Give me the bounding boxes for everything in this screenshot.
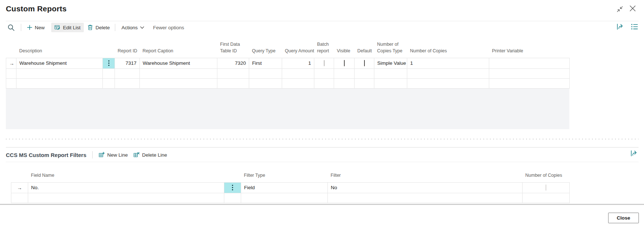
row-options-cell[interactable] <box>103 58 115 68</box>
toolbar-divider <box>21 24 21 31</box>
fewer-options-label: Fewer options <box>153 25 184 30</box>
table-row: → Warehouse Shipment 7317 Warehouse Ship… <box>6 58 570 68</box>
query-type-cell[interactable]: First <box>249 58 282 68</box>
collapse-icon <box>616 5 624 13</box>
column-header-description[interactable]: Description <box>16 37 103 58</box>
table-row-empty <box>6 68 570 78</box>
ellipsis-vertical-icon <box>227 185 238 190</box>
section-divider <box>92 151 93 158</box>
row-options-cell[interactable] <box>224 182 241 193</box>
delete-line-icon <box>134 152 139 158</box>
section-dotted-separator <box>6 139 639 139</box>
number-of-copies-checkbox[interactable] <box>546 184 546 191</box>
show-list-icon[interactable] <box>630 23 639 31</box>
column-header-visible[interactable]: Visible <box>334 37 355 58</box>
empty-rows-area <box>6 89 569 129</box>
filter-type-cell[interactable]: Field <box>241 182 328 193</box>
filters-share-button[interactable] <box>630 149 638 157</box>
column-header-printer-variable[interactable]: Printer Variable <box>489 37 570 58</box>
report-id-cell[interactable]: 7317 <box>115 58 140 68</box>
new-line-label: New Line <box>107 152 128 158</box>
share-icon[interactable] <box>616 23 624 31</box>
footer-divider <box>0 204 644 205</box>
batch-report-cell[interactable] <box>314 58 334 68</box>
actions-menu-label: Actions <box>121 25 138 30</box>
delete-button-label: Delete <box>96 25 110 30</box>
column-header-report-caption[interactable]: Report Caption <box>140 37 217 58</box>
field-name-cell[interactable]: No. <box>28 182 224 193</box>
close-button-label: Close <box>617 215 630 221</box>
column-header-indicator <box>6 37 16 58</box>
edit-list-icon <box>55 25 60 30</box>
close-button[interactable]: Close <box>608 213 639 223</box>
column-header-report-id[interactable]: Report ID <box>115 37 140 58</box>
report-filters-table: Field Name Filter Type Filter Number of … <box>11 168 570 203</box>
default-checkbox[interactable] <box>364 60 365 66</box>
custom-reports-dialog: Custom Reports New <box>0 0 644 228</box>
default-cell[interactable] <box>355 58 374 68</box>
printer-variable-cell[interactable] <box>489 58 570 68</box>
column-header-options <box>103 37 115 58</box>
visible-cell[interactable] <box>334 58 355 68</box>
actions-menu-button[interactable]: Actions <box>121 25 144 30</box>
column-header-number-of-copies[interactable]: Number of Copies <box>523 168 570 182</box>
search-button[interactable] <box>7 24 15 31</box>
toolbar-right-icons <box>616 23 639 31</box>
filters-section-title: CCS MS Custom Report Filters <box>6 152 86 158</box>
ellipsis-vertical-icon <box>106 60 112 66</box>
toolbar-divider <box>115 24 115 31</box>
filters-header-bottom-border <box>6 162 639 162</box>
custom-reports-table: Description Report ID Report Caption Fir… <box>6 37 570 89</box>
column-header-batch-report[interactable]: Batch report <box>314 37 334 58</box>
close-window-icon[interactable] <box>628 4 637 13</box>
report-caption-cell[interactable]: Warehouse Shipment <box>140 58 217 68</box>
chevron-down-icon <box>140 26 144 29</box>
column-header-filter-type[interactable]: Filter Type <box>241 168 328 182</box>
current-row-indicator: → <box>11 182 28 193</box>
column-header-first-data-table-id[interactable]: First Data Table ID <box>217 37 249 58</box>
fewer-options-button[interactable]: Fewer options <box>153 25 184 30</box>
new-button[interactable]: New <box>27 25 45 30</box>
close-icon <box>629 4 637 12</box>
empty-cell[interactable] <box>28 193 224 203</box>
edit-list-button-label: Edit List <box>63 25 80 30</box>
column-header-default[interactable]: Default <box>355 37 374 58</box>
new-line-icon <box>99 152 105 158</box>
action-bar: New Edit List Delete <box>7 22 184 33</box>
filters-section-header: CCS MS Custom Report Filters New Line <box>6 149 167 161</box>
column-header-number-of-copies[interactable]: Number of Copies <box>407 37 489 58</box>
column-header-number-of-copies-type[interactable]: Number of Copies Type <box>374 37 407 58</box>
visible-checkbox[interactable] <box>344 60 345 66</box>
table-row-empty <box>6 78 570 88</box>
number-of-copies-type-cell[interactable]: Simple Value <box>374 58 407 68</box>
edit-list-button[interactable]: Edit List <box>51 23 84 32</box>
filter-cell[interactable]: No <box>328 182 523 193</box>
table-row-empty <box>11 193 570 203</box>
query-amount-cell[interactable]: 1 <box>282 58 314 68</box>
plus-icon <box>27 25 32 30</box>
delete-button[interactable]: Delete <box>87 25 110 30</box>
new-line-button[interactable]: New Line <box>99 152 128 158</box>
current-row-indicator: → <box>6 58 16 68</box>
number-of-copies-cell[interactable] <box>523 182 570 193</box>
empty-cell[interactable] <box>16 68 103 78</box>
empty-cell[interactable] <box>16 78 103 88</box>
first-data-table-id-cell[interactable]: 7320 <box>217 58 249 68</box>
description-cell[interactable]: Warehouse Shipment <box>16 58 103 68</box>
number-of-copies-cell[interactable]: 1 <box>407 58 489 68</box>
search-icon <box>7 24 15 31</box>
new-button-label: New <box>35 25 45 30</box>
column-header-indicator <box>11 168 28 182</box>
table-row: → No. Field No <box>11 182 570 193</box>
page-title: Custom Reports <box>6 4 67 13</box>
column-header-filter[interactable]: Filter <box>328 168 523 182</box>
column-header-query-type[interactable]: Query Type <box>249 37 282 58</box>
column-header-query-amount[interactable]: Query Amount <box>282 37 314 58</box>
delete-line-button[interactable]: Delete Line <box>134 152 167 158</box>
filters-section-top-border <box>6 147 639 147</box>
collapse-window-icon[interactable] <box>615 5 624 14</box>
batch-report-checkbox[interactable] <box>324 60 325 66</box>
column-header-field-name[interactable]: Field Name <box>28 168 224 182</box>
toolbar-top-divider <box>6 21 639 21</box>
column-header-options <box>224 168 241 182</box>
